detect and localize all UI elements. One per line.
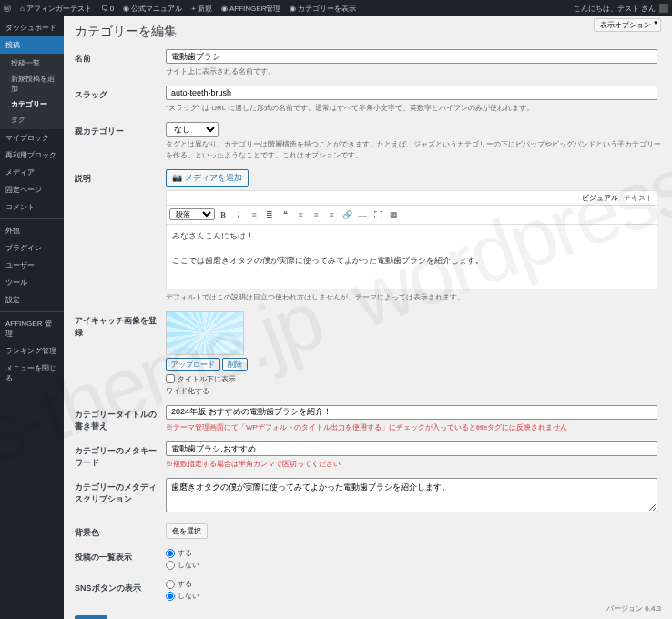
sidebar-item[interactable]: 再利用ブロック	[0, 147, 64, 164]
version: バージョン 6.4.3	[606, 604, 661, 614]
parent-select[interactable]: なし	[166, 122, 219, 137]
sidebar-item[interactable]: AFFINGER 管理	[0, 315, 64, 342]
sidebar-item[interactable]: マイブロック	[0, 129, 64, 147]
sidebar-item[interactable]: 投稿	[0, 36, 64, 54]
thumb-label: アイキャッチ画像を登録	[75, 311, 166, 405]
sidebar-subitem[interactable]: カテゴリー	[0, 96, 64, 112]
list-yes-radio[interactable]	[166, 549, 175, 558]
sidebar-subitem[interactable]: 新規投稿を追加	[0, 71, 64, 96]
sidebar-item[interactable]: ツール	[0, 274, 64, 291]
main-content: 表示オプション カテゴリーを編集 名前サイト上に表示される名前です。 スラッグ"…	[64, 16, 672, 619]
sidebar-subitem[interactable]: 投稿一覧	[0, 56, 64, 71]
comments-link[interactable]: 🗨 0	[101, 4, 114, 14]
toggle-button[interactable]: ▦	[386, 208, 401, 222]
wide-label: ワイド化する	[166, 386, 661, 396]
color-select-button[interactable]: 色を選択	[166, 523, 208, 539]
thumbnail-preview[interactable]	[166, 311, 244, 355]
page-title: カテゴリーを編集	[75, 24, 661, 40]
sidebar-item[interactable]: ランキング管理	[0, 342, 64, 360]
metakw-input[interactable]	[166, 441, 657, 456]
sidebar-item[interactable]: ユーザー	[0, 257, 64, 274]
manual-link[interactable]: ◉ 公式マニュアル	[123, 4, 182, 14]
view-link[interactable]: ◉ カテゴリーを表示	[290, 4, 356, 14]
link-button[interactable]: 🔗	[340, 208, 354, 222]
quote-button[interactable]: ❝	[278, 208, 292, 222]
align-left-button[interactable]: ≡	[293, 208, 308, 222]
editor-toolbar: 段落 B I ≡ ≣ ❝ ≡ ≡ ≡ 🔗 — ⛶ ▦	[167, 206, 657, 225]
sidebar-item[interactable]: プラグイン	[0, 239, 64, 257]
sidebar-item[interactable]: メニューを閉じる	[0, 360, 64, 387]
admin-topbar: ⓦ ⌂ アフィンガーテスト 🗨 0 ◉ 公式マニュアル + 新規 ◉ AFFIN…	[0, 0, 672, 16]
ol-button[interactable]: ≣	[262, 208, 277, 222]
desc-desc: デフォルトではこの説明は目立つ使われ方はしませんが、テーマによっては表示されます…	[166, 292, 661, 302]
screen-options-toggle[interactable]: 表示オプション	[594, 18, 661, 32]
title-rw-input[interactable]	[166, 405, 657, 420]
format-select[interactable]: 段落	[169, 208, 215, 220]
title-rw-label: カテゴリータイトルの書き替え	[75, 405, 166, 441]
upload-button[interactable]: アップロード	[166, 358, 220, 371]
slug-label: スラッグ	[75, 86, 166, 122]
site-link[interactable]: ⌂ アフィンガーテスト	[20, 4, 92, 14]
slug-desc: "スラッグ" は URL に適した形式の名前です。通常はすべて半角小文字で、英数…	[166, 103, 661, 113]
wp-logo[interactable]: ⓦ	[4, 4, 11, 14]
more-button[interactable]: —	[355, 208, 370, 222]
parent-label: 親カテゴリー	[75, 122, 166, 168]
ul-button[interactable]: ≡	[247, 208, 261, 222]
visual-tab[interactable]: ビジュアル	[582, 193, 618, 203]
avatar[interactable]	[659, 4, 668, 13]
align-right-button[interactable]: ≡	[324, 208, 339, 222]
affinger-link[interactable]: ◉ AFFINGER管理	[221, 4, 280, 14]
name-input[interactable]	[166, 49, 657, 64]
title-rw-desc: ※テーマ管理画面にて「WPデフォルトのタイトル出力を使用する」にチェックが入って…	[166, 422, 661, 432]
admin-sidebar: ダッシュボード投稿投稿一覧新規投稿を追加カテゴリータグマイブロック再利用ブロック…	[0, 16, 64, 619]
list-label: 投稿の一覧表示	[75, 548, 166, 579]
list-no-radio[interactable]	[166, 561, 175, 570]
update-button[interactable]: 更新	[75, 615, 107, 619]
text-tab[interactable]: テキスト	[624, 193, 653, 203]
sns-no-radio[interactable]	[166, 592, 175, 601]
metakw-desc: ※複数指定する場合は半角カンマで区切ってください	[166, 459, 661, 469]
sidebar-item[interactable]: コメント	[0, 198, 64, 216]
sns-yes-radio[interactable]	[166, 580, 175, 589]
name-desc: サイト上に表示される名前です。	[166, 66, 661, 76]
editor: ビジュアルテキスト 段落 B I ≡ ≣ ❝ ≡ ≡ ≡ 🔗 — ⛶ ▦ みなさ…	[166, 190, 657, 289]
fullscreen-button[interactable]: ⛶	[371, 208, 385, 222]
slug-input[interactable]	[166, 86, 657, 100]
add-media-button[interactable]: 📷 メディアを追加	[166, 169, 249, 187]
metakw-label: カテゴリーのメタキーワード	[75, 441, 166, 478]
sidebar-subitem[interactable]: タグ	[0, 112, 64, 127]
align-center-button[interactable]: ≡	[309, 208, 323, 222]
editor-content[interactable]: みなさんこんにちは！ここでは歯磨きオタクの僕が実際に使ってみてよかった電動歯ブラ…	[167, 225, 657, 289]
metadesc-input[interactable]: 歯磨きオタクの僕が実際に使ってみてよかった電動歯ブラシを紹介します。	[166, 478, 657, 512]
sidebar-item[interactable]: ダッシュボード	[0, 19, 64, 36]
parent-desc: タグとは異なり、カテゴリーは階層構造を持つことができます。たとえば、ジャズという…	[166, 139, 661, 159]
show-title-checkbox[interactable]	[166, 374, 175, 383]
bold-button[interactable]: B	[216, 208, 230, 222]
name-label: 名前	[75, 49, 166, 86]
greeting[interactable]: こんにちは、テスト さん	[574, 4, 656, 14]
italic-button[interactable]: I	[231, 208, 246, 222]
metadesc-label: カテゴリーのメタディスクリプション	[75, 478, 166, 523]
new-link[interactable]: + 新規	[191, 4, 212, 14]
delete-thumb-button[interactable]: 削除	[222, 358, 248, 371]
sidebar-item[interactable]: 固定ページ	[0, 181, 64, 198]
sidebar-item[interactable]: メディア	[0, 164, 64, 181]
desc-label: 説明	[75, 169, 166, 311]
bgcolor-label: 背景色	[75, 523, 166, 548]
sidebar-item[interactable]: 設定	[0, 291, 64, 309]
sidebar-item[interactable]: 外観	[0, 222, 64, 239]
sns-label: SNSボタンの表示	[75, 579, 166, 610]
